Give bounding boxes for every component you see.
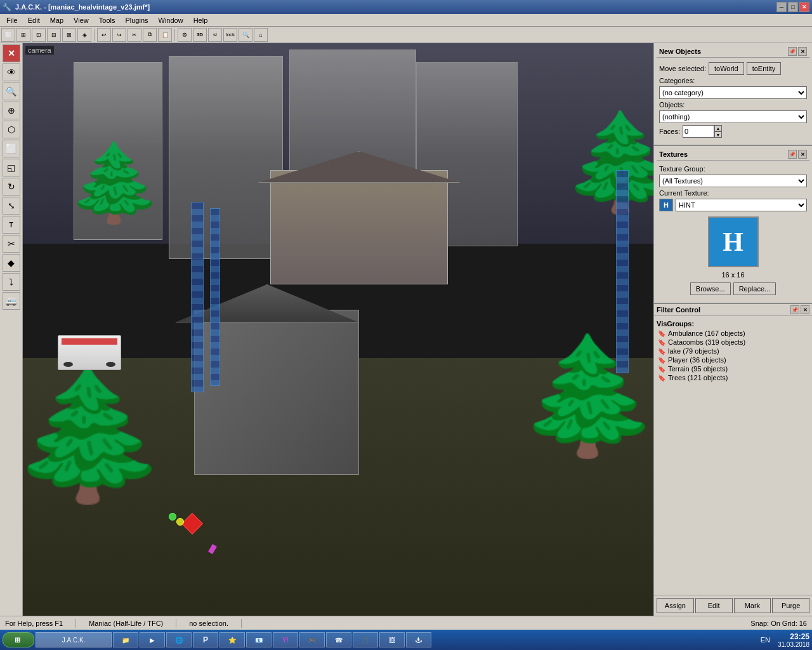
tool-corner[interactable]: ◱ <box>3 159 20 176</box>
start-button[interactable]: ⊞ <box>3 632 34 647</box>
faces-down[interactable]: ▼ <box>714 131 722 138</box>
taskbar-app-music[interactable]: 🎵 <box>353 632 378 647</box>
toolbar-btn-1[interactable]: ⬜ <box>1 28 15 42</box>
new-objects-controls[interactable]: 📌 ✕ <box>788 47 807 56</box>
right-panel: New Objects 📌 ✕ Move selected: toWorld t… <box>653 43 812 616</box>
visgroup-item[interactable]: 🔖 lake (79 objects) <box>657 347 809 355</box>
faces-input[interactable]: 0 <box>683 125 714 138</box>
menu-item-plugins[interactable]: Plugins <box>120 15 153 25</box>
toolbar-btn-4[interactable]: ⊟ <box>47 28 61 42</box>
taskbar-app-steam[interactable]: 🎮 <box>299 632 325 647</box>
toolbar-btn-10[interactable]: ⧉ <box>143 28 157 42</box>
taskbar: ⊞ J.A.C.K. 📁 ▶ 🌐 P ⭐ 📧 Y! 🎮 ☎ 🎵 🖼 🕹 EN 2… <box>0 630 812 650</box>
menu-item-window[interactable]: Window <box>154 15 188 25</box>
tool-select[interactable]: ✕ <box>3 44 20 62</box>
tool-scale[interactable]: ⤡ <box>3 197 20 215</box>
tool-clip[interactable]: ✂ <box>3 235 20 253</box>
visgroup-name: Terrain (95 objects) <box>668 365 728 373</box>
new-objects-close[interactable]: ✕ <box>798 47 807 56</box>
close-button[interactable]: ✕ <box>799 2 809 12</box>
tool-crosshair[interactable]: ⊕ <box>3 102 20 119</box>
menu-item-file[interactable]: File <box>1 15 23 25</box>
to-world-button[interactable]: toWorld <box>709 62 744 75</box>
toolbar-btn-14[interactable]: ⌂ <box>254 28 268 42</box>
taskbar-app-gallery[interactable]: 🖼 <box>379 632 405 647</box>
taskbar-app-yahoo[interactable]: Y! <box>273 632 298 647</box>
toolbar-btn-5[interactable]: ⊠ <box>62 28 76 42</box>
menu-item-tools[interactable]: Tools <box>94 15 121 25</box>
current-texture-select[interactable]: HINT <box>676 199 807 211</box>
faces-up[interactable]: ▲ <box>714 125 722 131</box>
taskbar-app-email[interactable]: 📧 <box>246 632 272 647</box>
toolbar-btn-12[interactable]: ⚙ <box>178 28 192 42</box>
toolbar-btn-2[interactable]: ⊞ <box>16 28 30 42</box>
tool-entity[interactable]: ⬡ <box>3 121 20 138</box>
objects-select[interactable]: (nothing) <box>659 110 807 123</box>
menu-item-help[interactable]: Help <box>188 15 213 25</box>
tool-vertex[interactable]: ◆ <box>3 254 20 272</box>
menu-item-view[interactable]: View <box>69 15 94 25</box>
mark-button[interactable]: Mark <box>734 598 771 613</box>
titlebar-controls[interactable]: ─ □ ✕ <box>776 2 809 12</box>
taskbar-app-game2[interactable]: 🕹 <box>406 632 431 647</box>
edit-button[interactable]: Edit <box>695 598 733 613</box>
visgroup-item[interactable]: 🔖 Trees (121 objects) <box>657 373 809 382</box>
toolbar-btn-3[interactable]: ⊡ <box>32 28 46 42</box>
filter-pin[interactable]: 📌 <box>790 305 799 314</box>
texture-small-icon: H <box>659 199 673 211</box>
tool-texture[interactable]: T <box>3 216 20 234</box>
tool-rotate[interactable]: ↻ <box>3 178 20 196</box>
minimize-button[interactable]: ─ <box>776 2 787 12</box>
textures-pin[interactable]: 📌 <box>788 150 797 159</box>
toolbar-btn-sl[interactable]: sl <box>208 28 222 42</box>
purge-button[interactable]: Purge <box>772 598 809 613</box>
visgroup-item[interactable]: 🔖 Catacombs (319 objects) <box>657 338 809 347</box>
texture-group-select[interactable]: (All Textures) <box>659 175 807 187</box>
toolbar-btn-3d[interactable]: 3D <box>193 28 207 42</box>
menu-item-map[interactable]: Map <box>45 15 69 25</box>
filter-close[interactable]: ✕ <box>801 305 809 314</box>
taskbar-app-photoshop[interactable]: P <box>193 632 218 647</box>
visgroup-item[interactable]: 🔖 Player (36 objects) <box>657 355 809 364</box>
toolbar-btn-8[interactable]: ↪ <box>112 28 126 42</box>
visgroup-item[interactable]: 🔖 Terrain (95 objects) <box>657 364 809 373</box>
assign-button[interactable]: Assign <box>657 598 694 613</box>
tool-camera[interactable]: 👁 <box>3 63 20 81</box>
toolbar-btn-6[interactable]: ◈ <box>77 28 91 42</box>
visgroup-item[interactable]: 🔖 Ambulance (167 objects) <box>657 329 809 338</box>
toolbar-btn-9[interactable]: ✂ <box>128 28 141 42</box>
taskbar-app-5[interactable]: ⭐ <box>219 632 245 647</box>
tool-cube[interactable]: ⬜ <box>3 140 20 157</box>
textures-title: Textures <box>659 150 688 158</box>
toolbar-btn-7[interactable]: ↩ <box>97 28 111 42</box>
viewport[interactable]: 🌲 🌲 🌲 🌲 camera <box>23 43 653 616</box>
tool-zoom[interactable]: 🔍 <box>3 83 20 100</box>
current-texture-row: Current Texture: <box>659 189 807 197</box>
maximize-button[interactable]: □ <box>788 2 798 12</box>
new-objects-pin[interactable]: 📌 <box>788 47 797 56</box>
toolbar-btn-lock[interactable]: lock <box>223 28 237 42</box>
texture-buttons: Browse... Replace... <box>659 282 807 295</box>
taskbar-app-media[interactable]: ▶ <box>140 632 165 647</box>
to-entity-button[interactable]: toEntity <box>747 62 782 75</box>
taskbar-app-explorer[interactable]: 📁 <box>113 632 138 647</box>
browse-button[interactable]: Browse... <box>690 282 731 295</box>
filter-title: Filter Control <box>657 306 700 314</box>
categories-select[interactable]: (no category) <box>659 86 807 99</box>
textures-controls[interactable]: 📌 ✕ <box>788 150 807 159</box>
textures-close[interactable]: ✕ <box>798 150 807 159</box>
replace-button[interactable]: Replace... <box>733 282 776 295</box>
visgroup-icon: 🔖 <box>658 348 665 355</box>
menu-item-edit[interactable]: Edit <box>23 15 45 25</box>
taskbar-right: EN 23:25 31.03.2018 <box>761 632 809 648</box>
tool-path[interactable]: ⤵ <box>3 273 20 291</box>
tool-prefab[interactable]: 🚐 <box>3 292 20 310</box>
taskbar-app-chrome[interactable]: 🌐 <box>166 632 192 647</box>
filter-controls[interactable]: 📌 ✕ <box>790 305 809 314</box>
taskbar-app-skype[interactable]: ☎ <box>326 632 351 647</box>
toolbar-btn-11[interactable]: 📋 <box>158 28 172 42</box>
scaffold-1 <box>191 202 204 392</box>
toolbar-btn-13[interactable]: 🔍 <box>239 28 252 42</box>
taskbar-app-jack[interactable]: J.A.C.K. <box>36 632 112 647</box>
statusbar: For Help, press F1 Maniac (Half-Life / T… <box>0 616 812 630</box>
